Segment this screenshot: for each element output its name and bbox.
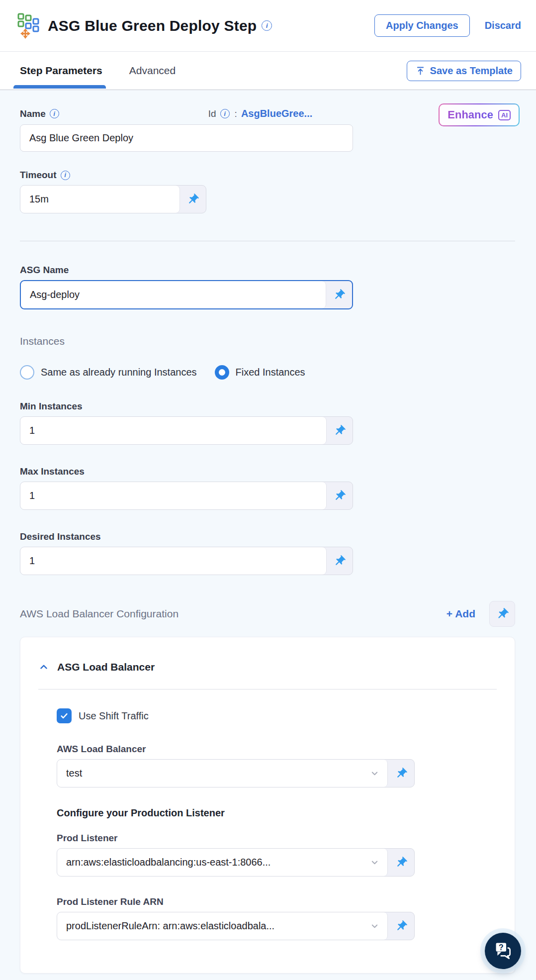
- tab-advanced[interactable]: Advanced: [129, 53, 176, 89]
- asg-name-label-text: ASG Name: [20, 265, 69, 276]
- id-colon: :: [235, 108, 237, 119]
- id-info-icon[interactable]: i: [220, 109, 230, 118]
- prod-listener-select-group: arn:aws:elasticloadbalancing:us-east-1:8…: [57, 848, 415, 877]
- timeout-label-group: Timeout i: [20, 170, 515, 181]
- min-instances-pin-button[interactable]: [326, 417, 353, 444]
- pin-icon: [333, 289, 346, 301]
- timeout-input[interactable]: [20, 186, 179, 213]
- prod-listener-rule-arn-pin-button[interactable]: [388, 912, 414, 940]
- aws-load-balancer-label: AWS Load Balancer: [57, 744, 497, 755]
- asg-name-input[interactable]: [21, 281, 326, 308]
- title-info-icon[interactable]: i: [262, 20, 272, 31]
- asg-name-pin-button[interactable]: [326, 281, 352, 308]
- desired-instances-pin-button[interactable]: [326, 547, 353, 575]
- step-config-panel: ASG Blue Green Deploy Step i Apply Chang…: [0, 0, 536, 980]
- max-instances-label: Max Instances: [20, 466, 515, 477]
- enhance-button[interactable]: Enhance AI: [439, 103, 520, 126]
- discard-button[interactable]: Discard: [485, 20, 521, 31]
- name-label-group: Name i: [20, 108, 59, 119]
- id-value[interactable]: AsgBlueGree...: [241, 108, 312, 119]
- timeout-label: Timeout: [20, 170, 57, 181]
- prod-listener-label: Prod Listener: [57, 833, 497, 844]
- asg-load-balancer-card-body: Use Shift Traffic AWS Load Balancer test…: [38, 708, 497, 940]
- tab-step-parameters[interactable]: Step Parameters: [20, 53, 102, 89]
- prod-listener-rule-arn-label: Prod Listener Rule ARN: [57, 896, 497, 907]
- id-group: Id i : AsgBlueGree...: [208, 108, 313, 119]
- tab-bar: Step Parameters Advanced Save as Templat…: [0, 52, 536, 90]
- name-info-icon[interactable]: i: [50, 109, 59, 118]
- use-shift-traffic-label: Use Shift Traffic: [79, 710, 149, 722]
- asg-load-balancer-card: ASG Load Balancer Use Shift Traffic AWS …: [20, 637, 515, 974]
- min-instances-label: Min Instances: [20, 401, 515, 412]
- use-shift-traffic-checkbox[interactable]: Use Shift Traffic: [57, 708, 497, 723]
- id-label: Id: [208, 108, 216, 119]
- chevron-down-icon: [370, 858, 379, 867]
- prod-listener-rule-arn-select[interactable]: prodListenerRuleArn: arn:aws:elasticload…: [57, 912, 388, 940]
- min-instances-input-group: [20, 416, 353, 445]
- radio-same-as-running-label: Same as already running Instances: [41, 367, 197, 378]
- pin-icon: [333, 424, 346, 437]
- prod-listener-rule-arn-select-group: prodListenerRuleArn: arn:aws:elasticload…: [57, 912, 415, 940]
- max-instances-pin-button[interactable]: [326, 482, 353, 509]
- aws-lb-config-pin-button[interactable]: [489, 601, 515, 627]
- timeout-info-icon[interactable]: i: [61, 171, 70, 180]
- pin-icon: [395, 856, 408, 869]
- max-instances-input-group: [20, 482, 353, 510]
- pin-icon: [333, 555, 346, 568]
- radio-circle-unselected: [20, 365, 34, 380]
- header: ASG Blue Green Deploy Step i Apply Chang…: [0, 0, 536, 52]
- enhance-label: Enhance: [447, 108, 493, 121]
- pin-icon: [395, 920, 408, 933]
- apply-changes-button[interactable]: Apply Changes: [374, 14, 470, 37]
- chevron-up-icon: [38, 662, 49, 673]
- page-title: ASG Blue Green Deploy Step: [48, 17, 257, 34]
- active-tab-underline: [13, 85, 106, 89]
- radio-same-as-running[interactable]: Same as already running Instances: [20, 365, 197, 380]
- min-instances-label-text: Min Instances: [20, 401, 83, 412]
- desired-instances-input-group: [20, 547, 353, 575]
- ai-badge: AI: [498, 110, 511, 120]
- save-as-template-button[interactable]: Save as Template: [407, 61, 521, 81]
- tab-advanced-label: Advanced: [129, 65, 176, 76]
- desired-instances-input[interactable]: [20, 547, 326, 575]
- radio-circle-selected: [215, 365, 229, 380]
- prod-listener-select[interactable]: arn:aws:elasticloadbalancing:us-east-1:8…: [57, 849, 388, 876]
- name-input[interactable]: [20, 124, 353, 152]
- timeout-pin-button[interactable]: [179, 186, 206, 213]
- add-load-balancer-button[interactable]: + Add: [447, 608, 475, 620]
- prod-listener-pin-button[interactable]: [388, 849, 414, 876]
- configure-production-listener-heading: Configure your Production Listener: [57, 807, 497, 819]
- tab-step-parameters-label: Step Parameters: [20, 65, 102, 76]
- instances-section-label: Instances: [20, 335, 515, 347]
- min-instances-input[interactable]: [20, 417, 326, 444]
- prod-listener-value: arn:aws:elasticloadbalancing:us-east-1:8…: [66, 857, 370, 868]
- checkbox-checked-icon: [57, 708, 72, 723]
- section-divider: [20, 241, 515, 241]
- prod-listener-rule-arn-value: prodListenerRuleArn: arn:aws:elasticload…: [66, 920, 370, 932]
- pin-icon: [496, 607, 509, 621]
- upload-icon: [415, 66, 426, 76]
- asg-load-balancer-card-header[interactable]: ASG Load Balancer: [38, 661, 497, 673]
- desired-instances-label: Desired Instances: [20, 531, 515, 542]
- max-instances-input[interactable]: [20, 482, 326, 509]
- asg-load-balancer-title: ASG Load Balancer: [57, 661, 155, 673]
- timeout-input-group: [20, 185, 206, 213]
- help-chat-button[interactable]: ?: [485, 933, 521, 969]
- step-parameters-form: Enhance AI Name i Id i : AsgBlueGree... …: [0, 90, 536, 974]
- asg-step-icon: [17, 12, 41, 39]
- instances-radio-group: Same as already running Instances Fixed …: [20, 365, 515, 380]
- pin-icon: [395, 767, 408, 780]
- pin-icon: [186, 193, 199, 206]
- save-as-template-label: Save as Template: [430, 65, 513, 77]
- chat-help-icon: ?: [493, 941, 514, 962]
- aws-load-balancer-pin-button[interactable]: [388, 760, 414, 787]
- aws-load-balancer-select-group: test: [57, 759, 415, 787]
- radio-fixed-instances[interactable]: Fixed Instances: [215, 365, 305, 380]
- aws-load-balancer-select[interactable]: test: [57, 760, 388, 787]
- header-actions: Apply Changes Discard: [374, 14, 521, 37]
- card-divider: [38, 689, 497, 689]
- asg-name-label: ASG Name: [20, 265, 515, 276]
- name-label: Name: [20, 108, 46, 119]
- pin-icon: [333, 490, 346, 502]
- chevron-down-icon: [370, 769, 379, 778]
